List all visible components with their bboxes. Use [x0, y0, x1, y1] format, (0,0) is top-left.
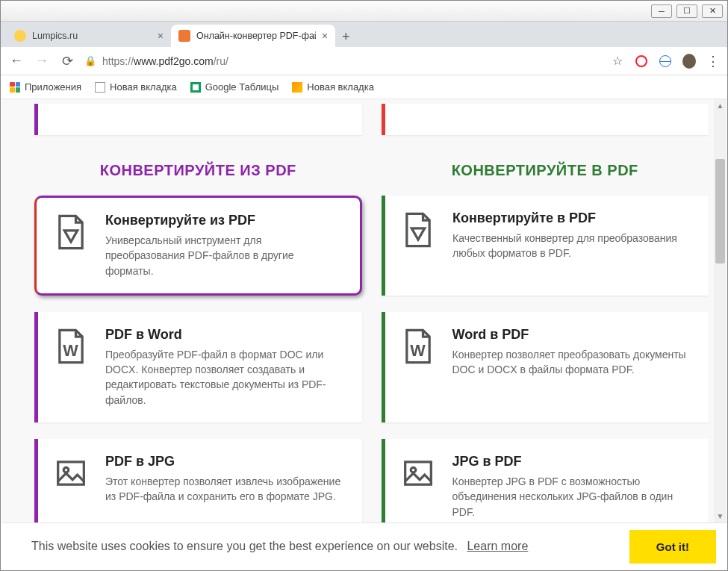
cookie-banner: This website uses cookies to ensure you …: [1, 522, 727, 570]
pdf-file-icon: [52, 213, 90, 252]
browser-tab-pdf2go[interactable]: Онлайн-конвертер PDF-файлов ×: [171, 25, 335, 47]
card-title: Конвертируйте в PDF: [452, 210, 692, 226]
vertical-scrollbar[interactable]: ▲ ▼: [714, 99, 727, 522]
menu-button[interactable]: ⋮: [706, 54, 720, 68]
got-it-button[interactable]: Got it!: [629, 530, 716, 564]
favicon-pdf2go: [178, 30, 190, 42]
card-title: JPG в PDF: [452, 454, 693, 469]
cookie-text: This website uses cookies to ensure you …: [31, 540, 458, 552]
word-file-icon: W: [52, 327, 90, 366]
word-file-icon: W: [399, 327, 438, 366]
learn-more-link[interactable]: Learn more: [467, 540, 528, 552]
bookmark-new-tab-2[interactable]: Новая вкладка: [292, 81, 374, 93]
section-heading-to-pdf: КОНВЕРТИРУЙТЕ В PDF: [382, 162, 709, 179]
address-bar: ← → ⟳ 🔒 https://www.pdf2go.com/ru/ ☆ ⋮: [1, 47, 727, 75]
card-convert-from-pdf[interactable]: Конвертируйте из PDFУниверсальный инстру…: [34, 196, 362, 296]
svg-rect-2: [58, 462, 84, 484]
card-convert-to-pdf[interactable]: Конвертируйте в PDFКачественный конверте…: [382, 196, 709, 296]
image-file-icon: [399, 454, 438, 493]
image-file-icon: [52, 454, 90, 493]
card-stub-left[interactable]: [34, 104, 362, 135]
tab-title: Lumpics.ru: [32, 31, 78, 41]
bookmark-google-sheets[interactable]: Google Таблицы: [190, 81, 279, 93]
avatar-icon[interactable]: [682, 54, 696, 68]
reload-button[interactable]: ⟳: [59, 53, 75, 69]
card-desc: Конвертер JPG в PDF с возможностью объед…: [452, 474, 693, 519]
window-titlebar: ─ ☐ ✕: [1, 1, 727, 22]
url-field[interactable]: 🔒 https://www.pdf2go.com/ru/: [84, 55, 602, 67]
scroll-thumb[interactable]: [715, 159, 725, 263]
tab-title: Онлайн-конвертер PDF-файлов: [196, 31, 316, 41]
opera-icon[interactable]: [635, 54, 648, 68]
svg-text:W: W: [410, 341, 426, 360]
card-jpg-to-pdf[interactable]: JPG в PDFКонвертер JPG в PDF с возможнос…: [382, 439, 709, 534]
scroll-up-icon[interactable]: ▲: [714, 99, 727, 112]
card-desc: Этот конвертер позволяет извлечь изображ…: [105, 474, 346, 505]
card-desc: Конвертер позволяет преобразовать докуме…: [452, 347, 693, 378]
card-desc: Преобразуйте PDF-файл в формат DOC или D…: [105, 347, 346, 408]
card-title: Конвертируйте из PDF: [105, 213, 343, 228]
favicon-lumpics: [14, 30, 26, 42]
maximize-button[interactable]: ☐: [676, 4, 697, 18]
apps-shortcut[interactable]: Приложения: [10, 81, 81, 93]
minimize-button[interactable]: ─: [651, 4, 672, 18]
pdf-file-icon: [399, 210, 438, 249]
forward-button[interactable]: →: [34, 53, 50, 69]
card-title: Word в PDF: [452, 327, 693, 343]
browser-tab-lumpics[interactable]: Lumpics.ru ×: [7, 25, 171, 47]
globe-icon[interactable]: [659, 54, 672, 68]
tab-strip: Lumpics.ru × Онлайн-конвертер PDF-файлов…: [1, 22, 727, 47]
bookmark-new-tab-1[interactable]: Новая вкладка: [95, 81, 177, 93]
new-tab-button[interactable]: +: [335, 26, 356, 47]
lock-icon: 🔒: [84, 55, 96, 66]
card-pdf-to-jpg[interactable]: PDF в JPGЭтот конвертер позволяет извлеч…: [34, 439, 362, 534]
card-stub-right[interactable]: [382, 104, 709, 135]
close-tab-icon[interactable]: ×: [158, 30, 164, 42]
card-pdf-to-word[interactable]: W PDF в WordПреобразуйте PDF-файл в форм…: [34, 312, 362, 422]
page-viewport: КОНВЕРТИРУЙТЕ ИЗ PDF КОНВЕРТИРУЙТЕ В PDF…: [1, 99, 727, 570]
close-tab-icon[interactable]: ×: [322, 30, 328, 42]
scroll-down-icon[interactable]: ▼: [714, 510, 727, 522]
svg-rect-4: [405, 462, 431, 484]
back-button[interactable]: ←: [8, 53, 25, 69]
bookmarks-bar: Приложения Новая вкладка Google Таблицы …: [1, 75, 727, 99]
card-title: PDF в JPG: [105, 454, 346, 469]
bookmark-star-icon[interactable]: ☆: [611, 54, 624, 68]
card-desc: Универсальный инструмент для преобразова…: [105, 233, 343, 278]
card-word-to-pdf[interactable]: W Word в PDFКонвертер позволяет преобраз…: [382, 312, 709, 422]
section-heading-from-pdf: КОНВЕРТИРУЙТЕ ИЗ PDF: [34, 162, 362, 179]
card-title: PDF в Word: [105, 327, 346, 343]
card-desc: Качественный конвертер для преобразовани…: [452, 231, 692, 261]
close-window-button[interactable]: ✕: [702, 4, 723, 18]
svg-text:W: W: [63, 341, 78, 360]
